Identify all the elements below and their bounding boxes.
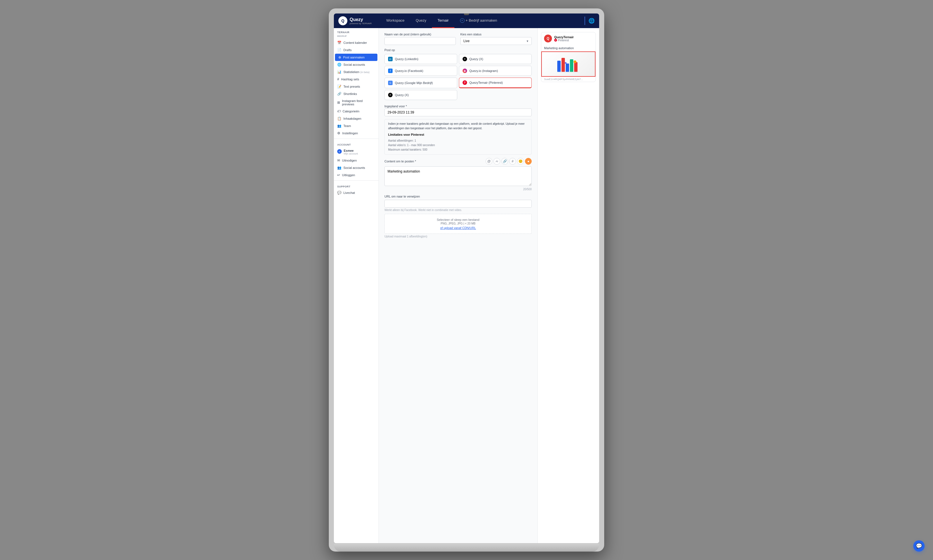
- preview-platform: P Pinterest: [554, 39, 574, 42]
- uitloggen-icon: ↩: [337, 173, 340, 177]
- form-label-status: Kies een status: [460, 32, 532, 36]
- info-box: Indien je meer karakters gebruikt dan to…: [385, 119, 532, 155]
- x-icon: ✕: [463, 57, 467, 61]
- calendar-icon: 📅: [337, 41, 342, 45]
- inhaakdagen-icon: 📋: [337, 117, 342, 120]
- schedule-input[interactable]: [385, 108, 532, 116]
- content-textarea[interactable]: Marketing automation: [385, 166, 532, 186]
- platform-btn-instagram[interactable]: ◉ Quezy.io (Instagram): [459, 66, 532, 76]
- logo-area: Q Quezy powered by TERNAIR: [338, 16, 372, 25]
- platform-btn-x2[interactable]: ✕ Quezy (X): [385, 90, 457, 100]
- uitnodigen-icon: ✉: [337, 158, 340, 162]
- right-panel: Q QuezyTernair P Pinterest Marketing aut…: [537, 28, 599, 543]
- sidebar-item-instellingen[interactable]: ⚙ Instellingen: [334, 129, 379, 137]
- sidebar-item-categorieen[interactable]: 🏷 Categorieën: [334, 108, 379, 115]
- sidebar-divider-1: [334, 138, 379, 139]
- tool-btn-emoji-smiley[interactable]: 🙂: [517, 158, 524, 165]
- sidebar-item-drafts[interactable]: 📄 Drafts: [334, 46, 379, 54]
- sidebar-item-social-accounts-account[interactable]: 👥 Social accounts: [334, 164, 379, 171]
- sidebar-item-statistieken[interactable]: 📊 Statistieken (in beta): [334, 68, 379, 75]
- sidebar-item-social-accounts[interactable]: 🌐 Social accounts: [334, 61, 379, 68]
- sidebar-section-account: ACCOUNT: [334, 140, 379, 147]
- sidebar-item-content-kalender[interactable]: 📅 Content kalender: [334, 39, 379, 46]
- platform-btn-linkedin[interactable]: in Quezy (LinkedIn): [385, 54, 457, 64]
- url-label: URL om naar te verwijzen: [385, 195, 420, 198]
- laptop-base: [334, 544, 599, 552]
- post-op-label: Post op: [385, 48, 532, 52]
- sidebar-item-hashtag-sets[interactable]: # Hashtag sets: [334, 75, 379, 83]
- svg-rect-3: [570, 59, 573, 72]
- sidebar-item-uitloggen[interactable]: ↩ Uitloggen: [334, 171, 379, 179]
- text-presets-icon: 📝: [337, 85, 342, 89]
- limit-chars: Maximum aantal karakters: 500: [388, 148, 528, 152]
- platform-btn-gmb[interactable]: G Quezy (Google Mijn Bedrijf): [385, 78, 457, 88]
- info-warning-text: Indien je meer karakters gebruikt dan to…: [388, 122, 528, 131]
- form-group-name: Naam van de post (intern gebruik): [385, 32, 456, 45]
- sidebar-sub-bedrijf: BEDRIJF: [334, 35, 379, 39]
- svg-rect-2: [566, 63, 569, 72]
- facebook-icon: f: [388, 69, 393, 73]
- instellingen-icon: ⚙: [337, 131, 340, 135]
- nav-globe-icon[interactable]: 🌐: [588, 18, 595, 24]
- upload-area[interactable]: Selecteer of sleep een bestand PNG, JPEG…: [385, 214, 532, 234]
- nav-bedrijf[interactable]: + + Bedrijf aanmaken: [454, 14, 503, 28]
- shortlinks-icon: 🔗: [337, 92, 342, 96]
- sidebar-item-esmee[interactable]: E Esmee Mijn account: [334, 147, 379, 157]
- preview-avatar: Q: [544, 35, 552, 42]
- platform-btn-facebook[interactable]: f Quezy.io (Facebook): [385, 66, 457, 76]
- svg-point-5: [574, 60, 576, 63]
- sidebar-item-team[interactable]: 👥 Team: [334, 122, 379, 129]
- statistieken-icon: 📊: [337, 70, 342, 74]
- tool-btn-orange[interactable]: ●: [525, 158, 532, 165]
- url-input[interactable]: [385, 200, 532, 208]
- status-select[interactable]: Live Draft Scheduled: [460, 37, 532, 45]
- limit-video: Aantal video's: 1 - max 900 seconden: [388, 143, 528, 148]
- svg-point-6: [565, 62, 567, 64]
- char-count: 20/500: [385, 188, 532, 191]
- nav-quezy[interactable]: Quezy: [410, 14, 432, 28]
- form-group-status: Kies een status Live Draft Scheduled ▼: [460, 32, 532, 45]
- upload-cdn-link[interactable]: of upload vanaf CDN/URL: [389, 226, 528, 229]
- sidebar-item-uitnodigen[interactable]: ✉ Uitnodigen: [334, 157, 379, 164]
- livechat-icon: 💬: [337, 191, 342, 195]
- sidebar-divider-2: [334, 180, 379, 181]
- platform-btn-pinterest[interactable]: P QuezyTernair (Pinterest): [459, 78, 532, 88]
- upload-subtitle: PNG, JPEG, JPG | < 20 MB: [389, 222, 528, 225]
- sidebar-item-livechat[interactable]: 💬 Livechat: [334, 189, 379, 196]
- svg-rect-4: [574, 62, 577, 72]
- instagram-feed-icon: ⊞: [337, 101, 340, 105]
- tool-btn-ai[interactable]: AI: [493, 158, 500, 165]
- svg-rect-1: [562, 58, 565, 72]
- sidebar-item-shortlinks[interactable]: 🔗 Shortlinks: [334, 90, 379, 97]
- platform-btn-x[interactable]: ✕ Quezy (X): [459, 54, 532, 64]
- social-accounts-account-icon: 👥: [337, 166, 342, 170]
- instagram-icon: ◉: [463, 69, 467, 73]
- pinterest-icon: P: [463, 80, 467, 85]
- status-select-wrapper: Live Draft Scheduled ▼: [460, 37, 532, 45]
- sidebar-item-text-presets[interactable]: 📝 Text presets: [334, 83, 379, 90]
- tool-btn-hash[interactable]: #: [509, 158, 516, 165]
- tool-btn-link[interactable]: 🔗: [501, 158, 508, 165]
- nav-workspace[interactable]: Workspace: [381, 14, 410, 28]
- form-row-name-status: Naam van de post (intern gebruik) Kies e…: [385, 32, 532, 45]
- preview-filename: SuwE1V4RQklP3yvfHhiMEZykt7...: [541, 77, 596, 82]
- platforms-grid: in Quezy (LinkedIn) ✕ Quezy (X) f Quezy.…: [385, 54, 532, 100]
- schedule-row: Ingepland voor *: [385, 103, 532, 116]
- schedule-label: Ingepland voor *: [385, 105, 407, 108]
- content-section: Content om te posten * @ AI 🔗 # 🙂 ● Mark…: [385, 158, 532, 191]
- post-name-input[interactable]: [385, 37, 456, 45]
- team-icon: 👥: [337, 124, 342, 128]
- tool-btn-mention[interactable]: @: [486, 158, 493, 165]
- sidebar-item-post-aanmaken[interactable]: ⊕ Post aanmaken: [335, 54, 377, 61]
- preview-header: Q QuezyTernair P Pinterest: [541, 32, 596, 45]
- preview-chart-svg: [556, 55, 581, 73]
- nav-ternair[interactable]: Ternair: [432, 14, 454, 28]
- sidebar-item-inhaakdagen[interactable]: 📋 Inhaakdagen: [334, 115, 379, 122]
- url-note: Werkt alleen bij Facebook. Werkt niet in…: [385, 208, 532, 212]
- account-icon: E: [337, 149, 342, 154]
- sidebar-item-instagram-feed[interactable]: ⊞ Instagram feed previews: [334, 97, 379, 108]
- sidebar-section-support: SUPPORT: [334, 182, 379, 189]
- nav-right: 🌐: [585, 17, 595, 25]
- logo-sub: powered by TERNAIR: [349, 22, 372, 25]
- nav-links: Workspace Quezy Ternair + + Bedrijf aanm…: [381, 14, 585, 28]
